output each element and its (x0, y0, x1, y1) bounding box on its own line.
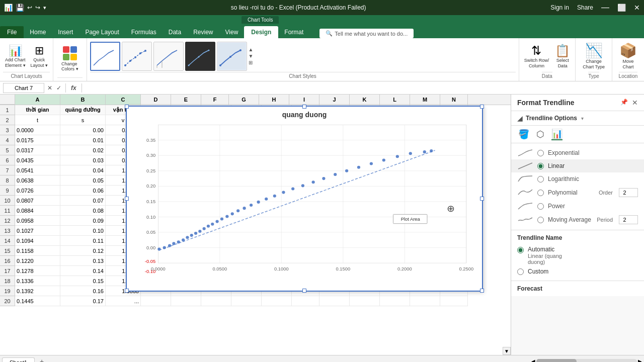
panel-close-btn[interactable]: ✕ (632, 99, 638, 107)
sign-in-link[interactable]: Sign in (550, 4, 569, 11)
col-header-c[interactable]: C (106, 95, 141, 105)
cell[interactable]: 0.0317 (15, 145, 60, 155)
add-sheet-btn[interactable]: + (36, 356, 48, 362)
cell[interactable]: 0.00 (60, 125, 106, 135)
cell[interactable]: 0.04 (60, 165, 106, 175)
cell-empty[interactable] (319, 296, 350, 306)
trendline-option-moving-average[interactable]: Moving Average Period (511, 213, 644, 227)
tab-format[interactable]: Format (278, 26, 309, 38)
move-chart-btn[interactable]: 📦 MoveChart (616, 41, 640, 71)
col-header-e[interactable]: E (171, 95, 201, 105)
tab-insert[interactable]: Insert (52, 26, 79, 38)
tab-design[interactable]: Design (244, 26, 278, 38)
chart-style-5[interactable] (217, 42, 247, 71)
cell[interactable]: quãng đường (60, 105, 106, 115)
tab-data[interactable]: Data (163, 26, 187, 38)
col-header-f[interactable]: F (201, 95, 229, 105)
trendline-option-polynomial[interactable]: Polynomial Order (511, 186, 644, 200)
cell[interactable]: 0.0638 (15, 175, 60, 186)
sheet-tab-sheet1[interactable]: Sheet1 (2, 357, 35, 362)
cell[interactable]: 0.1392 (15, 286, 60, 296)
scroll-right-btn[interactable]: ▶ (638, 358, 642, 362)
tab-page-layout[interactable]: Page Layout (79, 26, 125, 38)
cell-empty[interactable] (292, 296, 319, 306)
scroll-left-btn[interactable]: ◀ (531, 358, 535, 362)
col-header-i[interactable]: I (289, 95, 319, 105)
trendline-option-exponential[interactable]: Exponential (511, 146, 644, 159)
fx-icon[interactable]: fx (69, 84, 78, 92)
cell[interactable]: 0.01 (60, 135, 106, 145)
cell[interactable]: 0.0435 (15, 155, 60, 165)
cell[interactable]: 0.16 (60, 286, 106, 296)
undo-btn[interactable]: ↩ (27, 4, 32, 11)
chart-overlay[interactable]: quang duong (126, 106, 483, 292)
power-radio[interactable] (537, 203, 544, 210)
col-header-j[interactable]: J (319, 95, 350, 105)
col-header-n[interactable]: N (440, 95, 468, 105)
cell[interactable]: 0.12 (60, 246, 106, 256)
custom-name-radio[interactable] (517, 268, 524, 275)
cell[interactable]: 0.03 (60, 155, 106, 165)
add-chart-element-btn[interactable]: 📊 Add ChartElement ▾ (3, 43, 28, 70)
formula-input[interactable] (85, 84, 641, 92)
period-input[interactable] (619, 215, 638, 224)
automatic-name-radio[interactable] (517, 247, 524, 253)
linear-radio[interactable] (537, 163, 544, 169)
formula-cancel-icon[interactable]: ✕ (46, 84, 53, 92)
cell[interactable]: 0.1027 (15, 226, 60, 236)
cell-empty[interactable] (410, 296, 440, 306)
order-input[interactable] (619, 188, 638, 197)
cell[interactable]: thời gian (15, 105, 60, 115)
cell-empty[interactable] (262, 296, 292, 306)
panel-toolbar-fill-icon[interactable]: 🪣 (518, 129, 529, 140)
col-header-l[interactable]: L (380, 95, 410, 105)
cell[interactable]: 0.1336 (15, 276, 60, 286)
cell-empty[interactable] (440, 296, 468, 306)
chart-styles-expand[interactable]: ⊞ (249, 60, 254, 65)
col-header-g[interactable]: G (229, 95, 259, 105)
quick-layout-btn[interactable]: ⊞ QuickLayout ▾ (29, 43, 50, 70)
cell[interactable]: 0.02 (60, 145, 106, 155)
cell[interactable]: 0.0958 (15, 216, 60, 226)
chart-style-1[interactable] (90, 42, 120, 71)
cell[interactable]: 0.11 (60, 236, 106, 246)
chart-styles-scroll-up[interactable]: ▲ (249, 47, 254, 52)
cell[interactable]: 0.1158 (15, 246, 60, 256)
select-data-btn[interactable]: 📋 SelectData (553, 42, 572, 70)
sheet-scroll-down[interactable]: ▼ (503, 347, 511, 355)
cell[interactable]: 0.0541 (15, 165, 60, 175)
exponential-radio[interactable] (537, 150, 544, 156)
change-chart-type-btn[interactable]: 📉 ChangeChart Type (580, 41, 608, 71)
col-header-m[interactable]: M (410, 95, 440, 105)
formula-confirm-icon[interactable]: ✓ (55, 84, 62, 92)
trendline-option-linear[interactable]: Linear (511, 159, 644, 172)
minimize-btn[interactable]: — (601, 3, 609, 12)
cell[interactable]: 0.13 (60, 256, 106, 266)
trendline-option-power[interactable]: Power (511, 200, 644, 213)
trendline-name-custom[interactable]: Custom (517, 266, 638, 277)
trendline-options-header[interactable]: ◢ Trendline Options ▾ (511, 111, 644, 126)
search-box[interactable]: 🔍Tell me what you want to do... (319, 29, 414, 38)
cell-empty[interactable] (380, 296, 410, 306)
cell[interactable]: t (15, 115, 60, 125)
quick-access-more[interactable]: ▾ (43, 5, 46, 11)
chart-style-dark[interactable] (185, 42, 215, 71)
cell[interactable]: 0.17 (60, 296, 106, 306)
col-header-b[interactable]: B (60, 95, 106, 105)
cell[interactable]: 0.10 (60, 226, 106, 236)
cell[interactable]: s (60, 115, 106, 125)
share-btn[interactable]: Share (577, 4, 593, 11)
col-header-k[interactable]: K (350, 95, 380, 105)
cell[interactable]: ... (106, 296, 141, 306)
chart-style-2[interactable] (122, 42, 152, 71)
cell[interactable]: 0.08 (60, 206, 106, 216)
cell[interactable]: 0.06 (60, 186, 106, 196)
cell-empty[interactable] (171, 296, 201, 306)
panel-toolbar-border-icon[interactable]: ⬡ (536, 129, 544, 140)
cell-empty[interactable] (201, 296, 231, 306)
col-header-a[interactable]: A (15, 95, 60, 105)
cell-empty[interactable] (350, 296, 380, 306)
switch-row-col-btn[interactable]: ⇅ Switch Row/Column (522, 42, 551, 70)
quick-save[interactable]: 💾 (16, 4, 24, 12)
polynomial-radio[interactable] (537, 190, 544, 196)
